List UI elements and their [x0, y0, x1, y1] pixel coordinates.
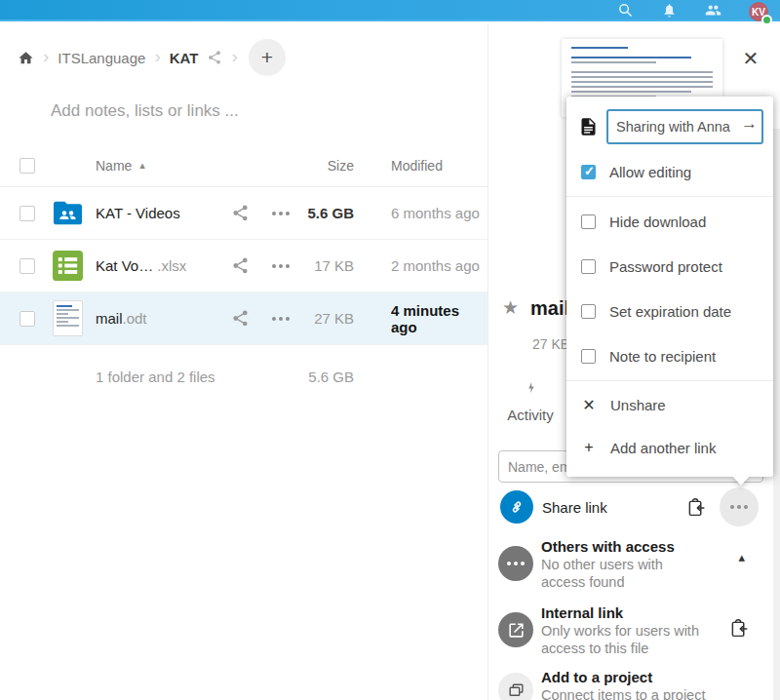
- add-to-project-row[interactable]: Add to a project Connect items to a proj…: [488, 669, 774, 700]
- new-item-button[interactable]: +: [249, 39, 286, 76]
- breadcrumb-item-current[interactable]: KAT: [170, 50, 199, 66]
- file-modified: 4 minutes ago: [356, 302, 488, 335]
- share-link-menu-button[interactable]: [720, 487, 759, 526]
- checkbox[interactable]: [581, 349, 596, 364]
- share-link-options-menu: → Allow editing Hide download Password p…: [566, 97, 773, 477]
- checkbox[interactable]: [581, 304, 596, 319]
- copy-internal-link-icon[interactable]: [728, 618, 749, 639]
- close-icon[interactable]: ✕: [737, 45, 764, 72]
- notes-input[interactable]: Add notes, lists or links ...: [51, 101, 488, 121]
- unshare-x-icon: ✕: [581, 396, 597, 414]
- sort-ascending-icon: ▴: [139, 159, 145, 172]
- chevron-right-icon: ›: [231, 47, 237, 68]
- table-row[interactable]: KAT - Videos 5.6 GB 6 months ago: [0, 187, 488, 240]
- file-modified: 6 months ago: [356, 205, 488, 221]
- menu-item-note-to-recipient[interactable]: Note to recipient: [566, 333, 773, 378]
- internal-link-icon: [498, 612, 533, 647]
- favorite-star-icon[interactable]: ★: [502, 297, 519, 320]
- file-list-pane: › ITSLanguage › KAT › + Add notes, lists…: [0, 23, 488, 700]
- home-icon[interactable]: [18, 50, 34, 66]
- menu-item-allow-editing[interactable]: Allow editing: [566, 149, 773, 194]
- submit-arrow-icon[interactable]: →: [741, 114, 758, 134]
- shared-indicator-icon[interactable]: [207, 50, 222, 65]
- file-name[interactable]: mail.odt: [96, 310, 220, 327]
- share-icon[interactable]: [220, 256, 259, 275]
- table-row[interactable]: Kat Vo… .xlsx 17 KB 2 months ago: [0, 240, 488, 292]
- note-document-icon: [578, 115, 599, 138]
- table-row-selected[interactable]: mail.odt 27 KB 4 minutes ago: [0, 292, 488, 345]
- share-link-row: Share link: [488, 484, 774, 530]
- checkbox[interactable]: [581, 214, 596, 229]
- menu-divider: [566, 196, 773, 197]
- column-header-name[interactable]: Name ▴: [96, 158, 220, 174]
- others-title: Others with access: [541, 538, 699, 555]
- row-checkbox[interactable]: [20, 258, 35, 274]
- others-with-access-row[interactable]: Others with access No other users with a…: [488, 538, 774, 591]
- document-thumbnail: [39, 300, 96, 336]
- file-modified: 2 months ago: [356, 257, 488, 274]
- project-title: Add to a project: [541, 669, 717, 685]
- checkbox[interactable]: [581, 259, 596, 274]
- avatar[interactable]: KV: [749, 2, 768, 21]
- share-label-input[interactable]: [606, 109, 763, 144]
- menu-item-hide-download[interactable]: Hide download: [566, 199, 773, 244]
- nextcloud-app: KV › ITSLanguage › KAT › + Add notes, li…: [0, 0, 780, 700]
- select-all-checkbox[interactable]: [20, 158, 35, 174]
- project-subtitle: Connect items to a project to: [541, 686, 717, 700]
- online-status-dot: [761, 15, 772, 25]
- column-header-size[interactable]: Size: [302, 158, 356, 174]
- table-header: Name ▴ Size Modified: [0, 144, 488, 187]
- column-header-modified[interactable]: Modified: [356, 158, 488, 174]
- breadcrumb-item-parent[interactable]: ITSLanguage: [58, 50, 145, 66]
- notifications-icon[interactable]: [661, 2, 678, 19]
- menu-item-set-expiration-date[interactable]: Set expiration date: [566, 289, 773, 333]
- details-sidebar: ✕ ★ mail.odt 27 KB Activity Share link: [488, 23, 780, 700]
- shared-folder-icon: [39, 199, 96, 227]
- spreadsheet-file-icon: [39, 250, 96, 282]
- search-icon[interactable]: [617, 2, 634, 19]
- more-actions-icon[interactable]: [259, 317, 302, 321]
- share-icon[interactable]: [220, 309, 259, 328]
- menu-item-password-protect[interactable]: Password protect: [566, 244, 773, 289]
- sidebar-file-size: 27 KB: [532, 336, 569, 352]
- more-actions-icon[interactable]: [259, 212, 302, 215]
- others-avatar-icon: [498, 546, 533, 581]
- copy-link-icon[interactable]: [685, 497, 706, 518]
- chevron-right-icon: ›: [154, 47, 160, 68]
- file-name[interactable]: Kat Vo… .xlsx: [96, 257, 220, 274]
- tab-activity[interactable]: Activity: [496, 380, 565, 423]
- internal-link-title: Internal link: [541, 604, 707, 621]
- link-icon: [500, 490, 533, 524]
- contacts-icon[interactable]: [705, 2, 722, 19]
- file-name[interactable]: KAT - Videos: [96, 205, 220, 221]
- sidebar-scrollbar[interactable]: [773, 129, 780, 700]
- menu-item-unshare[interactable]: ✕ Unshare: [566, 383, 773, 426]
- menu-item-add-another-link[interactable]: + Add another link: [566, 426, 773, 469]
- more-actions-icon[interactable]: [259, 264, 302, 268]
- row-checkbox[interactable]: [20, 311, 35, 327]
- collapse-caret-icon[interactable]: ▴: [738, 550, 745, 564]
- share-label-row: →: [566, 102, 773, 149]
- menu-divider: [566, 380, 773, 381]
- summary-size: 5.6 GB: [302, 369, 356, 385]
- file-table: Name ▴ Size Modified KAT - Videos 5.6 GB: [0, 144, 488, 408]
- table-summary: 1 folder and 2 files 5.6 GB: [0, 345, 488, 408]
- share-icon[interactable]: [220, 204, 259, 222]
- internal-link-row: Internal link Only works for users with …: [488, 604, 774, 657]
- chevron-right-icon: ›: [43, 47, 49, 68]
- file-size: 5.6 GB: [302, 205, 356, 221]
- file-size: 27 KB: [302, 310, 356, 327]
- summary-count: 1 folder and 2 files: [96, 369, 220, 385]
- lightning-icon: [524, 381, 538, 398]
- project-icon: [498, 673, 533, 700]
- checkbox-checked[interactable]: [581, 165, 596, 179]
- others-subtitle: No other users with access found: [541, 556, 699, 591]
- menu-tail-pointer: [732, 476, 750, 486]
- file-size: 17 KB: [302, 257, 356, 274]
- internal-link-subtitle: Only works for users with access to this…: [541, 622, 707, 657]
- top-bar: KV: [0, 0, 780, 21]
- share-link-label: Share link: [542, 499, 607, 516]
- breadcrumb: › ITSLanguage › KAT › +: [0, 23, 488, 78]
- plus-icon: +: [581, 439, 597, 456]
- row-checkbox[interactable]: [20, 206, 35, 221]
